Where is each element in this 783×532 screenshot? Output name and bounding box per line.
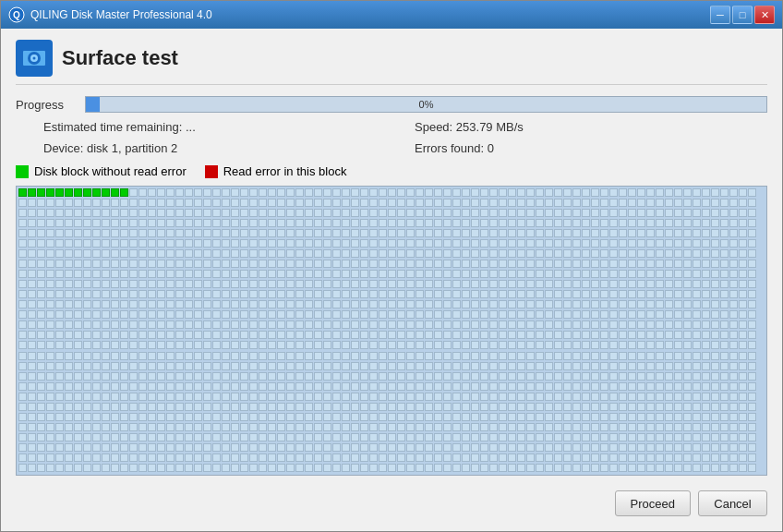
block-cell [305, 372, 313, 381]
block-cell [286, 341, 295, 349]
block-cell [277, 320, 285, 329]
legend-ok: Disk block without read error [16, 164, 187, 178]
block-cell [240, 209, 248, 217]
block-cell [37, 219, 45, 227]
block-cell [74, 310, 82, 319]
block-cell [406, 249, 415, 258]
block-cell [646, 280, 655, 288]
block-cell [295, 352, 304, 360]
block-cell [222, 229, 230, 237]
block-cell [665, 219, 673, 227]
block-cell [323, 229, 331, 237]
block-cell [332, 393, 341, 401]
block-cell [369, 199, 378, 207]
block-cell [314, 443, 322, 452]
block-cell [369, 403, 378, 411]
maximize-button[interactable]: □ [732, 6, 753, 24]
block-cell [720, 188, 729, 197]
block-cell [665, 362, 673, 370]
block-cell [443, 372, 452, 381]
block-cell [46, 443, 54, 452]
block-cell [646, 443, 655, 452]
block-cell [480, 280, 488, 288]
block-cell [434, 290, 442, 298]
block-cell [499, 229, 507, 237]
block-cell [434, 443, 442, 452]
block-cell [388, 423, 396, 431]
block-cell [748, 188, 756, 197]
block-cell [628, 260, 636, 268]
block-cell [545, 331, 553, 339]
block-cell [83, 300, 91, 308]
block-cell [240, 249, 248, 258]
block-cell [28, 453, 36, 462]
block-cell [711, 310, 719, 319]
block-cell [517, 270, 525, 278]
block-cell [739, 320, 747, 329]
block-cell [572, 382, 581, 391]
block-cell [194, 453, 202, 462]
block-cell [674, 372, 682, 381]
block-cell [536, 341, 544, 349]
block-cell [46, 239, 54, 248]
block-cell [517, 341, 525, 349]
block-cell [397, 423, 405, 431]
block-cell [231, 393, 239, 401]
close-button[interactable]: ✕ [754, 6, 775, 24]
block-cell [74, 290, 82, 298]
block-cell [342, 423, 350, 431]
block-cell [148, 310, 156, 319]
block-cell [545, 433, 553, 441]
proceed-button[interactable]: Proceed [615, 490, 691, 516]
block-cell [693, 393, 701, 401]
block-cell [443, 403, 452, 411]
block-cell [397, 413, 405, 421]
block-cell [323, 393, 331, 401]
block-cell [148, 403, 156, 411]
block-cell [656, 352, 664, 360]
block-cell [508, 229, 516, 237]
block-cell [55, 464, 64, 472]
block-cell [508, 199, 516, 207]
block-cell [305, 443, 313, 452]
block-cell [295, 331, 304, 339]
block-cell [711, 188, 719, 197]
block-cell [729, 331, 738, 339]
block-cell [351, 362, 359, 370]
block-cell [748, 362, 756, 370]
block-cell [102, 300, 110, 308]
block-cell [360, 239, 368, 248]
block-cell [277, 331, 285, 339]
block-cell [83, 341, 91, 349]
block-cell [425, 219, 433, 227]
block-cell [600, 331, 608, 339]
minimize-button[interactable]: ─ [710, 6, 730, 24]
block-cell [406, 209, 415, 217]
block-cell [480, 260, 488, 268]
block-cell [591, 209, 599, 217]
block-cell [526, 382, 535, 391]
block-cell [748, 229, 756, 237]
button-row: Proceed Cancel [16, 483, 767, 520]
block-cell [277, 260, 285, 268]
block-cell [619, 403, 627, 411]
block-cell [212, 423, 221, 431]
block-cell [471, 382, 479, 391]
block-cell [425, 239, 433, 248]
block-cell [600, 260, 608, 268]
block-cell [305, 290, 313, 298]
block-cell [729, 199, 738, 207]
block-cell [545, 188, 553, 197]
block-cell [674, 443, 682, 452]
cancel-button[interactable]: Cancel [698, 490, 767, 516]
block-cell [452, 352, 461, 360]
block-cell [259, 403, 267, 411]
block-cell [646, 331, 655, 339]
block-cell [517, 352, 525, 360]
block-cell [665, 433, 673, 441]
block-cell [416, 382, 424, 391]
block-cell [683, 382, 692, 391]
block-cell [443, 443, 452, 452]
block-cell [748, 403, 756, 411]
block-cell [139, 300, 147, 308]
